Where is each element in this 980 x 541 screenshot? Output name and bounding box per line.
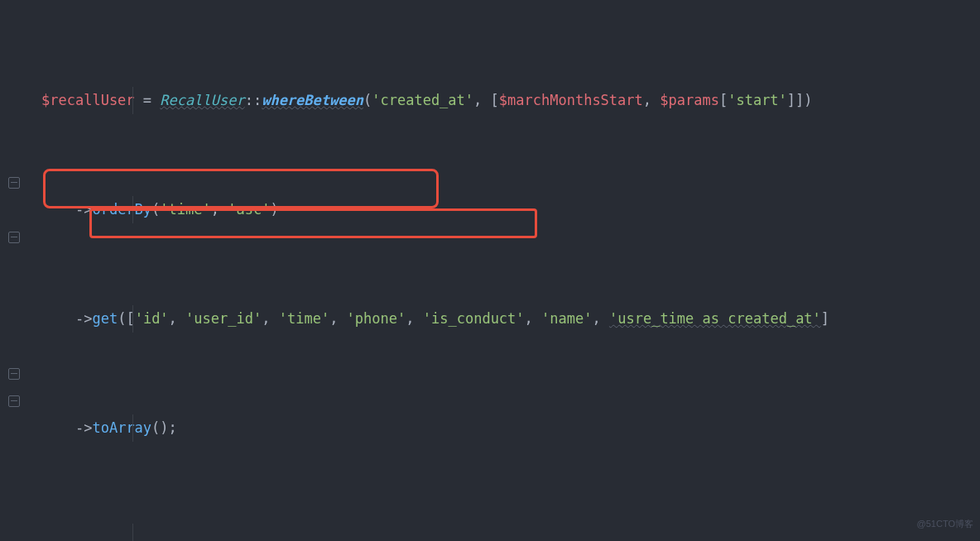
code-content[interactable]: $recallUser = RecallUser::whereBetween('…: [0, 5, 980, 541]
fold-icon[interactable]: [8, 368, 20, 380]
fold-icon[interactable]: [8, 395, 20, 407]
method-call: toArray: [92, 419, 151, 436]
variable: $recallUser: [41, 92, 135, 108]
fold-icon[interactable]: [8, 232, 20, 243]
fold-gutter: [0, 5, 28, 541]
method-call: whereBetween: [262, 92, 363, 108]
class-ref: RecallUser: [160, 92, 244, 108]
fold-icon[interactable]: [8, 177, 20, 189]
method-call: orderBy: [92, 201, 151, 218]
code-editor[interactable]: $recallUser = RecallUser::whereBetween('…: [0, 0, 980, 541]
method-call: get: [92, 310, 118, 327]
watermark: @51CTO博客: [917, 510, 973, 538]
